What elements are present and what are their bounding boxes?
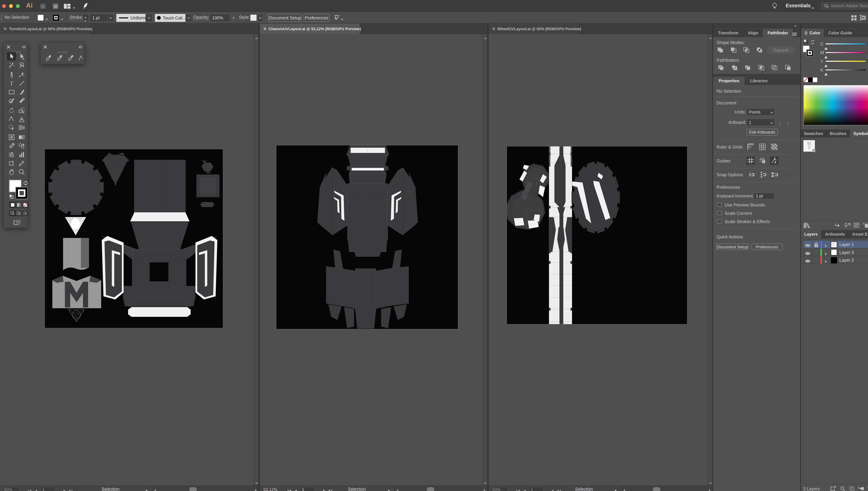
svg-text:T: T <box>10 80 13 87</box>
